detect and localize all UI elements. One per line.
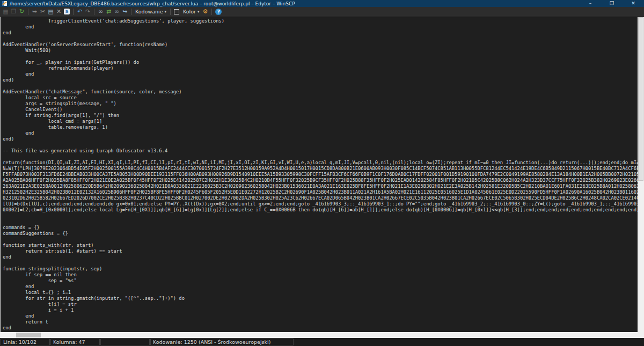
code-line: local src = source	[3, 95, 638, 101]
code-line: sep = "%s"	[3, 278, 638, 284]
code-line: Wait(500)	[3, 48, 638, 54]
encoding-dropdown-label: Kodowanie	[135, 9, 163, 14]
minimize-button[interactable]: –	[580, 0, 601, 7]
code-line: 0X002]=L2;cb=H_[0x00001];end;else local …	[3, 207, 638, 213]
status-encoding-indicator: Kodowanie: 1250 (ANSI - Środkowoeuropejs…	[150, 338, 294, 345]
code-line: end	[3, 24, 638, 30]
status-bar: Linia: 10/102 Kolumna: 47 Kodowanie: 125…	[0, 338, 644, 346]
find-icon[interactable]: ∞	[97, 8, 104, 16]
paste-icon[interactable]: ▤	[47, 8, 54, 16]
status-line-indicator: Linia: 10/102	[1, 338, 50, 345]
code-line	[3, 260, 638, 266]
status-bar-filler	[294, 338, 644, 346]
code-line: if string.find(args[1], "/") then	[3, 113, 638, 119]
undo-icon[interactable]: ↶	[76, 8, 83, 16]
toolbar-separator	[170, 9, 171, 15]
code-line: refreshCommands(player)	[3, 65, 638, 71]
code-line: end)	[3, 77, 638, 83]
code-line: local t={} ; i=1	[3, 290, 638, 296]
code-line: local cmd = args[1]	[3, 119, 638, 124]
code-line: A2A025BA06HFF0F2H025BA8F85HFF0F2H021E0E2…	[3, 178, 638, 183]
status-column-indicator: Kolumna: 47	[50, 338, 100, 345]
code-line: end	[3, 71, 638, 77]
winscp-editor-window: /home/server/txData/ESXLegacy_DBE486.bas…	[0, 0, 644, 346]
status-empty-segment	[100, 338, 150, 345]
insert-file-icon[interactable]: ➥	[31, 8, 38, 16]
code-line	[3, 237, 638, 242]
code-line: table.remove(args, 1)	[3, 124, 638, 130]
code-line: 263A021E2A3E025BA0012H025806220D5B642H02…	[3, 183, 638, 189]
code-line: N=W(T("LPH]3079E2023064BD54E05F2H0025001…	[3, 166, 638, 172]
editor-pane: TriggerClientEvent('chat:addSuggestions'…	[0, 17, 644, 332]
code-line: end	[3, 284, 638, 290]
code-line: TriggerClientEvent('chat:addSuggestions'…	[3, 18, 638, 24]
horizontal-scrollbar-thumb[interactable]	[16, 333, 41, 337]
code-line: 023102D62H025B582H02667ED2026D7002CE2H02…	[3, 195, 638, 201]
color-dropdown-label: Kolor	[183, 9, 196, 14]
redo-icon[interactable]: ↷	[84, 8, 91, 16]
toolbar-separator	[28, 9, 28, 15]
code-line: end)	[3, 136, 638, 142]
code-line	[3, 154, 638, 160]
code-line	[3, 83, 638, 89]
maximize-button[interactable]: ❐	[601, 0, 623, 7]
code-line: if sep == nil then	[3, 272, 638, 278]
code-line	[3, 213, 638, 219]
editor-app-icon	[2, 1, 7, 6]
code-line	[3, 36, 638, 42]
toolbar: ▦❐↻➥✂▤✕a↶↷∞⇄∞↪ Kodowanie ▾ Kolor ▾ ⚙ ?	[0, 7, 644, 17]
code-area[interactable]: TriggerClientEvent('chat:addSuggestions'…	[3, 18, 638, 332]
code-line: return(function(DI,QI,uI,ZI,AI,FI,HI,XI,…	[3, 160, 638, 166]
code-line: -- This file was generated using Luraph …	[3, 148, 638, 154]
encoding-dropdown[interactable]: Kodowanie ▾	[135, 9, 166, 14]
vertical-scrollbar-thumb[interactable]	[638, 17, 643, 181]
cut-icon[interactable]: ✂	[39, 8, 46, 16]
goto-line-icon[interactable]: ↪	[121, 8, 128, 16]
save-as-icon[interactable]: ❐	[10, 8, 17, 16]
toolbar-separator	[73, 9, 74, 15]
replace-icon[interactable]: ⇄	[105, 8, 112, 16]
code-line: end	[3, 325, 638, 331]
color-dropdown[interactable]: Kolor ▾	[183, 9, 199, 14]
code-line: end	[3, 313, 638, 319]
save-icon[interactable]: ▦	[2, 8, 9, 16]
toolbar-separator	[94, 9, 94, 15]
code-line	[3, 54, 638, 60]
window-title: /home/server/txData/ESXLegacy_DBE486.bas…	[10, 1, 580, 6]
chevron-down-icon: ▾	[197, 10, 200, 14]
toolbar-icon-groups: ▦❐↻➥✂▤✕a↶↷∞⇄∞↪	[2, 8, 129, 16]
reload-icon[interactable]: ↻	[18, 8, 25, 16]
code-line: end	[3, 130, 638, 136]
code-line: i = i + 1	[3, 307, 638, 313]
horizontal-scrollbar[interactable]	[0, 332, 644, 338]
code-line: commandSuggestions = {}	[3, 231, 638, 237]
code-line: F5FFAB073H003F313FD6E24BBEAB033H00CA37E5…	[3, 172, 638, 178]
color-checkbox[interactable]	[174, 9, 179, 14]
title-bar: /home/server/txData/ESXLegacy_DBE486.bas…	[0, 0, 644, 7]
code-line	[3, 142, 638, 148]
code-line: H3212502H2E325B042H023B012E02132A16025B9…	[3, 189, 638, 195]
code-line: end	[3, 30, 638, 36]
code-line: AddEventHandler('onServerResourceStart',…	[3, 42, 638, 48]
code-line: return str:sub(1, #start) == start	[3, 248, 638, 254]
code-line: args = stringsplit(message, " ")	[3, 101, 638, 107]
preferences-gear-icon[interactable]: ⚙	[202, 8, 208, 15]
code-line: t[i] = str	[3, 301, 638, 307]
code-line: for str in string.gmatch(inputstr, "([^"…	[3, 296, 638, 301]
help-icon[interactable]: ?	[215, 9, 222, 15]
chevron-down-icon: ▾	[165, 10, 167, 14]
select-all-icon[interactable]: a	[64, 9, 70, 14]
vertical-scrollbar[interactable]	[638, 17, 644, 332]
delete-icon[interactable]: ✕	[55, 8, 62, 16]
code-line: CancelEvent()	[3, 107, 638, 113]
toolbar-separator	[211, 9, 212, 15]
code-line: function starts_with(str, start)	[3, 242, 638, 248]
code-line: return t	[3, 319, 638, 325]
code-line: function stringsplit(inputstr, sep)	[3, 266, 638, 272]
code-line	[3, 219, 638, 225]
close-button[interactable]: ✕	[623, 0, 644, 7]
find-next-icon[interactable]: ∞	[113, 8, 120, 16]
code-line: for _, player in ipairs(GetPlayers()) do	[3, 60, 638, 65]
code-line: commands = {}	[3, 225, 638, 231]
code-line: end	[3, 254, 638, 260]
